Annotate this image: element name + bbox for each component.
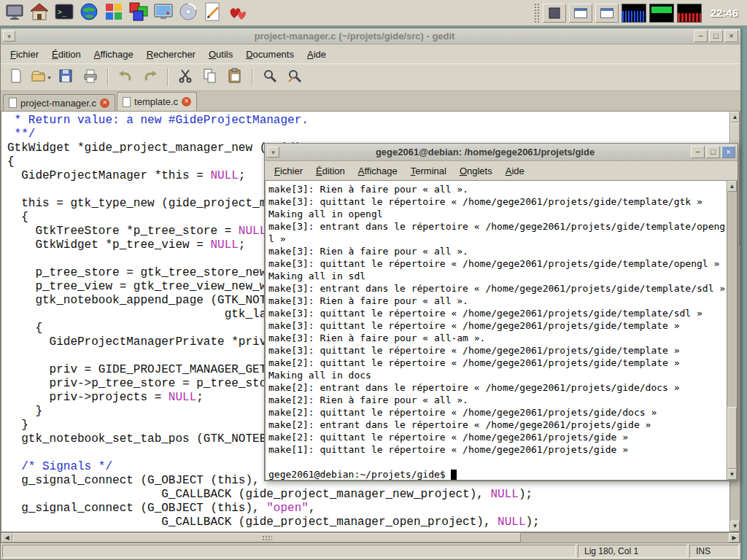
- open-button[interactable]: ▾: [29, 66, 53, 88]
- scroll-left-icon[interactable]: ◀: [1, 533, 12, 542]
- terminal-line: make[2]: entrant dans le répertoire « /h…: [268, 381, 725, 394]
- system-tray: 22:46: [534, 3, 744, 23]
- terminal-cursor: [451, 470, 457, 480]
- gedit-menu-edition[interactable]: Édition: [45, 46, 88, 63]
- display-icon: [5, 2, 24, 24]
- window-icon: [574, 8, 587, 18]
- web-browser-icon: [80, 2, 98, 24]
- clock: 22:46: [705, 7, 744, 19]
- gedit-titlebar[interactable]: ▾ project-manager.c (~/projets/gide/src)…: [1, 28, 740, 44]
- terminal-line: make[3]: entrant dans le répertoire « /h…: [268, 220, 725, 233]
- maximize-button[interactable]: □: [709, 30, 723, 42]
- redo-button[interactable]: [139, 66, 162, 88]
- terminal-vertical-scrollbar[interactable]: ▲ ▼: [727, 180, 738, 481]
- gedit-menu-fichier[interactable]: Fichier: [4, 46, 45, 63]
- scroll-down-icon[interactable]: ▼: [730, 521, 740, 532]
- panel-handle[interactable]: [534, 3, 540, 23]
- terminal-prompt-line: gege2061@debian:~/projets/gide$: [268, 468, 725, 481]
- open-dropdown-icon[interactable]: ▾: [47, 74, 50, 81]
- toolbar-separator: [107, 69, 109, 86]
- replace-button[interactable]: [283, 66, 306, 88]
- terminal-line: make[3]: quittant le répertoire « /home/…: [268, 344, 725, 357]
- status-message-area: [2, 545, 576, 558]
- grip-icon: [262, 535, 272, 541]
- gedit-horizontal-scrollbar[interactable]: ◀ ▶: [1, 532, 740, 543]
- cursor-position: Lig 180, Col 1: [578, 545, 687, 558]
- new-button[interactable]: [4, 66, 28, 88]
- color-picker-icon: [129, 2, 148, 24]
- window-menu-icon[interactable]: ▾: [3, 31, 15, 42]
- terminal-menu-fichier[interactable]: Fichier: [268, 163, 309, 179]
- tab-project-manager.c[interactable]: project-manager.c×: [3, 94, 115, 111]
- find-button[interactable]: [258, 66, 282, 88]
- save-button[interactable]: [54, 66, 77, 88]
- terminal-output[interactable]: make[3]: Rien à faire pour « all ».make[…: [265, 180, 727, 481]
- scroll-up-icon[interactable]: ▲: [727, 181, 737, 192]
- tab-close-icon[interactable]: ×: [182, 97, 191, 106]
- gedit-menu-documents[interactable]: Documents: [239, 46, 301, 63]
- terminal-titlebar[interactable]: ▾ gege2061@debian: /home/gege2061/projet…: [265, 144, 738, 161]
- open-icon: [31, 68, 47, 87]
- launcher-display[interactable]: [3, 1, 26, 25]
- terminal-menu-edition[interactable]: Édition: [309, 163, 352, 179]
- launcher-cdrom[interactable]: [177, 1, 200, 25]
- gedit-menu-rechercher[interactable]: Rechercher: [140, 46, 202, 63]
- print-icon: [82, 68, 98, 87]
- terminal-menu-terminal[interactable]: Terminal: [404, 163, 453, 179]
- cut-button[interactable]: [174, 66, 197, 88]
- terminal-line: make[2]: quittant le répertoire « /home/…: [268, 431, 725, 443]
- gedit-menu-outils[interactable]: Outils: [202, 46, 239, 63]
- tab-template.c[interactable]: template.c×: [117, 92, 197, 111]
- copy-button[interactable]: [198, 66, 222, 88]
- close-button[interactable]: ×: [724, 30, 738, 42]
- terminal-line: Making all in opengl: [268, 208, 725, 220]
- terminal-window-controls: −□×: [691, 146, 735, 158]
- terminal-line: make[3]: Rien à faire pour « all ».: [268, 183, 725, 195]
- tab-close-icon[interactable]: ×: [100, 98, 109, 108]
- minimize-button[interactable]: −: [694, 30, 708, 42]
- tray-applet-button[interactable]: [543, 4, 566, 23]
- close-button[interactable]: ×: [721, 146, 735, 158]
- terminal-line: make[3]: Rien à faire pour « all ».: [268, 245, 725, 257]
- minimize-button[interactable]: −: [691, 146, 705, 158]
- gedit-menu-affichage[interactable]: Affichage: [88, 46, 140, 63]
- gedit-hscroll-thumb[interactable]: [12, 533, 521, 542]
- window-menu-icon[interactable]: ▾: [267, 147, 279, 158]
- terminal-menu-affichage[interactable]: Affichage: [352, 163, 404, 179]
- launcher-terminal[interactable]: >_: [53, 1, 76, 25]
- taskbar-window-button-1[interactable]: [569, 4, 592, 23]
- gedit-menu-aide[interactable]: Aide: [301, 46, 333, 63]
- maximize-button[interactable]: □: [706, 146, 720, 158]
- cut-icon: [177, 68, 193, 87]
- network-monitor-graph: [677, 4, 702, 23]
- terminal-line: make[2]: entrant dans le répertoire « /h…: [268, 419, 725, 431]
- redo-icon: [142, 68, 158, 87]
- home-folder-icon: [30, 2, 49, 24]
- copy-icon: [202, 68, 218, 87]
- terminal-line: [268, 456, 725, 468]
- hscroll-trough[interactable]: [12, 533, 729, 542]
- launcher-graphics-app[interactable]: [102, 1, 125, 25]
- scroll-up-icon[interactable]: ▲: [730, 112, 740, 122]
- launcher-web-browser[interactable]: [77, 1, 101, 25]
- launcher-color-picker[interactable]: [127, 1, 150, 25]
- launcher-monitor-hearts[interactable]: [226, 1, 249, 25]
- code-line: g_signal_connect (G_OBJECT (this), "open…: [7, 502, 729, 516]
- applet-icon: [547, 6, 562, 20]
- scroll-down-icon[interactable]: ▼: [727, 469, 737, 480]
- print-button[interactable]: [79, 66, 102, 88]
- gedit-title: project-manager.c (~/projets/gide/src) -…: [18, 31, 692, 42]
- launcher-home-folder[interactable]: [28, 1, 51, 25]
- taskbar-window-button-2[interactable]: [595, 4, 619, 23]
- terminal-menu-onglets[interactable]: Onglets: [453, 163, 499, 179]
- scroll-trough[interactable]: [727, 192, 737, 407]
- terminal-line: make[2]: quittant le répertoire « /home/…: [268, 357, 725, 369]
- terminal-line: make[3]: entrant dans le répertoire « /h…: [268, 282, 725, 295]
- scroll-right-icon[interactable]: ▶: [729, 533, 740, 542]
- launcher-text-editor[interactable]: [201, 1, 225, 25]
- terminal-menu-aide[interactable]: Aide: [499, 163, 531, 179]
- paste-button[interactable]: [223, 66, 247, 88]
- undo-button[interactable]: [114, 66, 137, 88]
- launcher-screen[interactable]: [152, 1, 175, 25]
- terminal-scroll-thumb[interactable]: [727, 407, 737, 469]
